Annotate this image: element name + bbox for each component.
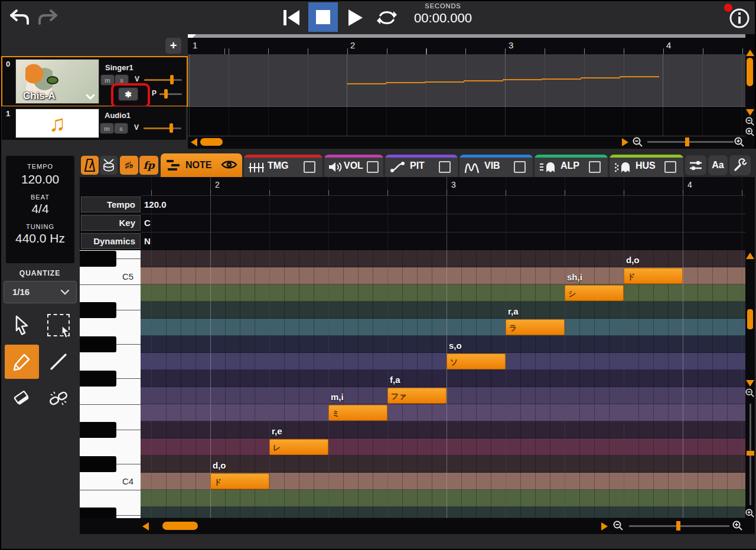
volume-slider-thumb[interactable] [170,75,174,84]
scroll-up-arrow[interactable] [746,50,754,56]
marquee-select-tool-button[interactable] [41,308,76,342]
volume-slider[interactable] [144,127,181,129]
audio-thumbnail[interactable]: ♫ [15,109,99,138]
tab-note[interactable]: NOTE [161,153,242,177]
piano-keyboard[interactable]: C5 C4 [80,250,141,518]
voice-selector[interactable]: Chis-A [15,59,99,104]
undo-button[interactable] [8,7,31,28]
midi-note[interactable]: シ [565,285,624,301]
timeline-zoom-thumb[interactable] [685,138,689,146]
pencil-tool-button[interactable] [5,345,39,379]
zoom-out-icon[interactable] [613,520,624,531]
volume-slider-thumb[interactable] [170,123,173,133]
scroll-left-arrow[interactable] [191,138,197,146]
track-row-audio[interactable]: 1 ♫ Audio1 m s V [1,106,187,140]
tab-alp-checkbox[interactable] [589,161,601,173]
tuning-value[interactable]: 440.0 Hz [6,231,74,245]
midi-note[interactable]: ラ [506,319,565,335]
timeline-v-scrollbar-thumb[interactable] [747,58,753,86]
midi-note[interactable]: ファ [387,388,447,404]
pointer-tool-button[interactable] [5,308,39,342]
zoom-in-icon[interactable] [745,127,756,138]
piano-black-key[interactable] [80,371,116,387]
parameter-toggles-button[interactable] [685,155,706,175]
eye-icon[interactable] [221,159,237,171]
scroll-right-arrow[interactable] [601,522,608,531]
tab-pit-checkbox[interactable] [439,161,451,173]
beat-value[interactable]: 4/4 [6,202,74,216]
pan-slider[interactable] [159,93,182,95]
info-button[interactable] [728,7,751,30]
tab-vib-checkbox[interactable] [514,161,526,173]
piano-black-key[interactable] [80,251,116,267]
loop-button[interactable] [374,6,399,30]
tab-hus[interactable]: HUS [610,155,683,177]
midi-note[interactable]: ド [624,268,683,284]
solo-button[interactable]: s [114,123,128,134]
zoom-in-icon[interactable] [734,137,745,148]
dynamics-button[interactable]: fp [139,156,158,175]
midi-note[interactable]: ミ [328,405,387,421]
piano-black-key[interactable] [80,302,116,318]
scroll-down-arrow[interactable] [746,380,754,387]
track-row-singer[interactable]: 0 Chis-A Singer1 m s V ✱ P [1,56,188,107]
zoom-in-icon[interactable] [732,520,743,531]
tab-vib[interactable]: VIB [460,155,533,177]
accidentals-button[interactable]: ♯♭ [120,156,138,175]
roll-v-scrollbar-thumb[interactable] [747,309,753,329]
skip-to-start-button[interactable] [278,5,305,31]
tab-alp[interactable]: ALP [535,155,608,177]
pan-slider-thumb[interactable] [164,89,168,99]
piano-black-key[interactable] [80,336,116,352]
roll-vzoom-thumb[interactable] [747,451,754,456]
timeline-zoom-slider[interactable] [647,141,734,143]
scroll-left-arrow[interactable] [142,522,149,531]
timeline-h-scrollbar-thumb[interactable] [200,138,223,146]
add-track-button[interactable]: + [165,38,181,54]
zoom-out-icon[interactable] [745,117,756,127]
piano-black-key[interactable] [80,422,116,438]
timeline-ruler[interactable]: 1 2 3 4 [188,38,745,54]
tempo-value[interactable]: 120.00 [6,172,74,186]
midi-note[interactable]: レ [269,439,328,455]
tab-hus-checkbox[interactable] [664,161,676,173]
scroll-up-arrow[interactable] [746,253,754,259]
param-key-label[interactable]: Key [81,215,141,231]
tab-tmg-checkbox[interactable] [304,161,315,173]
roll-zoom-thumb[interactable] [676,521,680,531]
roll-h-scrollbar-thumb[interactable] [162,522,198,530]
zoom-out-icon[interactable] [633,137,643,148]
drum-button[interactable] [100,156,118,175]
line-tool-button[interactable] [41,345,76,379]
param-tempo-label[interactable]: Tempo [81,197,141,212]
lyrics-font-button[interactable]: Aa [708,155,728,175]
settings-button[interactable] [729,155,751,175]
star-button[interactable]: ✱ [118,87,138,101]
param-key-value[interactable]: C [144,218,151,228]
tab-tmg[interactable]: TMG [244,155,322,177]
zoom-out-icon[interactable] [745,388,756,399]
quantize-dropdown[interactable]: 1/16 [4,281,77,303]
tab-pit[interactable]: PIT [385,155,458,177]
mute-button[interactable]: m [100,123,114,134]
unlink-tool-button[interactable] [41,381,76,415]
piano-black-key[interactable] [80,508,116,518]
piano-black-key[interactable] [80,456,116,472]
scroll-down-arrow[interactable] [746,109,754,116]
midi-note[interactable]: ド [210,473,269,489]
play-button[interactable] [341,5,369,31]
tab-vol[interactable]: VOL [324,155,383,177]
metronome-button[interactable] [81,156,99,175]
tab-vol-checkbox[interactable] [367,161,379,173]
midi-note[interactable]: ソ [447,353,506,369]
zoom-in-icon[interactable] [745,509,756,519]
param-ruler[interactable]: 2 3 4 [141,177,745,195]
param-tempo-value[interactable]: 120.0 [144,199,167,209]
redo-button[interactable] [37,7,59,28]
param-dynamics-value[interactable]: N [144,236,151,246]
stop-button[interactable] [308,2,338,32]
timeline-track1-lane[interactable] [188,107,745,136]
eraser-tool-button[interactable] [5,381,39,415]
scroll-right-arrow[interactable] [622,138,628,146]
volume-slider[interactable] [144,79,182,81]
